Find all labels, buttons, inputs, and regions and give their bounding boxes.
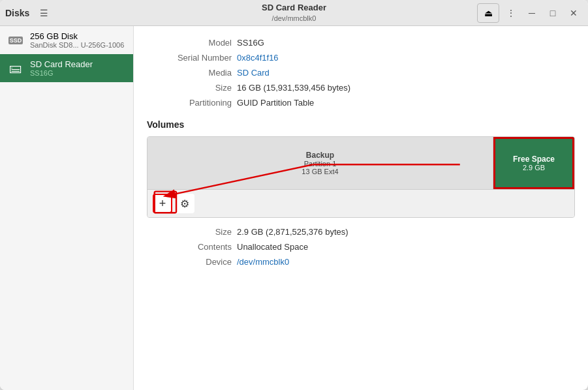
kebab-button[interactable]: ⋮ (502, 4, 520, 22)
disk-icon-ssd: SSD (7, 33, 25, 48)
titlebar-left: Disks ☰ (5, 4, 53, 22)
kebab-icon: ⋮ (506, 8, 516, 18)
volumes-heading: Volumes (147, 119, 575, 130)
partition-container: Backup Partition 1 13 GB Ext4 Free Space… (147, 136, 575, 218)
size-label: Size (147, 82, 232, 94)
main-window: Disks ☰ SD Card Reader /dev/mmcblk0 ⏏ ⋮ … (0, 0, 588, 390)
titlebar: Disks ☰ SD Card Reader /dev/mmcblk0 ⏏ ⋮ … (0, 0, 588, 26)
sidebar-item-text-sdcard: SD Card Reader SS16G (30, 59, 127, 77)
bottom-device-value: /dev/mmcblk0 (237, 256, 575, 268)
bottom-info: Size 2.9 GB (2,871,525,376 bytes) Conten… (147, 226, 575, 268)
partition-bar: Backup Partition 1 13 GB Ext4 Free Space… (147, 137, 574, 189)
sd-card-icon: 🖴 (9, 61, 22, 76)
serial-value: 0x8c4f1f16 (237, 52, 575, 64)
sidebar-item-sdcard[interactable]: 🖴 SD Card Reader SS16G (0, 54, 133, 82)
partition-toolbar: + ⚙ (147, 189, 574, 217)
bottom-contents-label: Contents (147, 241, 232, 253)
size-value: 16 GB (15,931,539,456 bytes) (237, 82, 575, 94)
backup-size: 13 GB Ext4 (302, 168, 338, 175)
sidebar: SSD 256 GB Disk SanDisk SD8... U-256G-10… (0, 26, 134, 390)
app-title: Disks (5, 8, 29, 18)
detail-panel: Model SS16G Serial Number 0x8c4f1f16 Med… (134, 26, 588, 390)
sidebar-item-main-256gb: 256 GB Disk (30, 31, 127, 41)
sidebar-item-sub-sdcard: SS16G (30, 69, 127, 77)
close-icon: ✕ (570, 8, 578, 18)
sidebar-item-text-256gb: 256 GB Disk SanDisk SD8... U-256G-1006 (30, 31, 127, 49)
partitioning-label: Partitioning (147, 97, 232, 109)
info-grid: Model SS16G Serial Number 0x8c4f1f16 Med… (147, 37, 575, 109)
menu-button[interactable]: ☰ (35, 4, 53, 22)
sd-icon-container: 🖴 (7, 61, 25, 76)
media-value: SD Card (237, 67, 575, 79)
maximize-icon: □ (550, 8, 555, 18)
model-label: Model (147, 37, 232, 49)
sidebar-item-sub-256gb: SanDisk SD8... U-256G-1006 (30, 41, 127, 49)
sidebar-item-main-sdcard: SD Card Reader (30, 59, 127, 69)
partition-backup[interactable]: Backup Partition 1 13 GB Ext4 (147, 137, 493, 189)
backup-sublabel: Partition 1 (304, 160, 337, 168)
eject-button[interactable]: ⏏ (477, 3, 499, 23)
model-value: SS16G (237, 37, 575, 49)
maximize-button[interactable]: □ (544, 4, 562, 22)
serial-label: Serial Number (147, 52, 232, 64)
titlebar-center: SD Card Reader /dev/mmcblk0 (262, 3, 326, 23)
close-button[interactable]: ✕ (565, 4, 583, 22)
partitioning-value: GUID Partition Table (237, 97, 575, 109)
bottom-size-value: 2.9 GB (2,871,525,376 bytes) (237, 226, 575, 238)
free-size: 2.9 GB (523, 164, 545, 172)
minimize-button[interactable]: ─ (523, 4, 541, 22)
ssd-label: SSD (8, 37, 23, 44)
gear-icon: ⚙ (180, 198, 189, 210)
bottom-contents-value: Unallocated Space (237, 241, 575, 253)
sidebar-item-256gb[interactable]: SSD 256 GB Disk SanDisk SD8... U-256G-10… (0, 26, 133, 54)
backup-label: Backup (306, 151, 334, 160)
eject-icon: ⏏ (484, 8, 493, 18)
main-content: SSD 256 GB Disk SanDisk SD8... U-256G-10… (0, 26, 588, 390)
device-title: SD Card Reader (262, 3, 326, 14)
menu-icon: ☰ (40, 8, 48, 18)
add-partition-button[interactable]: + (153, 194, 172, 213)
free-label: Free Space (513, 155, 555, 164)
bottom-device-label: Device (147, 256, 232, 268)
add-icon: + (159, 197, 166, 211)
partition-settings-button[interactable]: ⚙ (175, 194, 194, 213)
titlebar-right: ⏏ ⋮ ─ □ ✕ (477, 3, 583, 23)
volumes-wrapper: Backup Partition 1 13 GB Ext4 Free Space… (147, 136, 575, 218)
partition-free[interactable]: Free Space 2.9 GB (493, 137, 574, 189)
bottom-size-label: Size (147, 226, 232, 238)
media-label: Media (147, 67, 232, 79)
minimize-icon: ─ (529, 8, 535, 18)
device-subtitle: /dev/mmcblk0 (262, 14, 326, 23)
